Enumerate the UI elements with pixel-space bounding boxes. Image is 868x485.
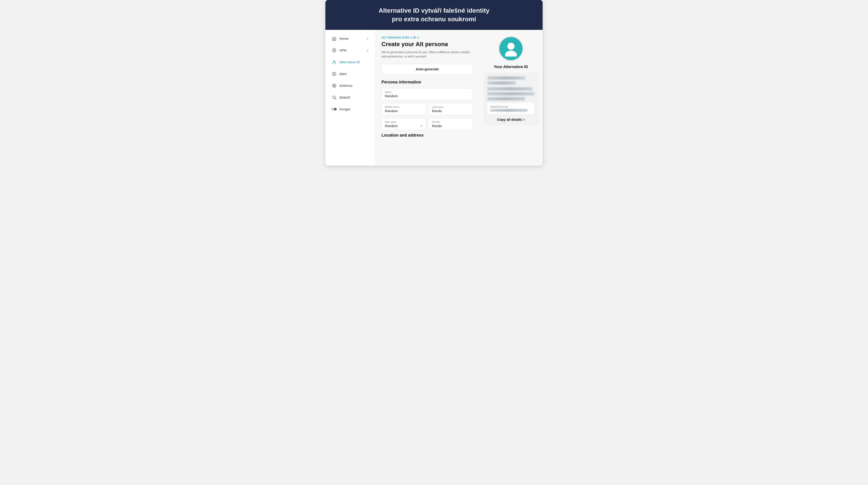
sidebar-item-search-label: Search: [339, 95, 350, 99]
name-row: Middle name Random Last name Rando: [381, 103, 473, 115]
sidebar-item-incogni[interactable]: Incogni: [327, 103, 373, 115]
age-range-field[interactable]: Age range Random ∨: [381, 118, 426, 130]
gender-label: Gender: [432, 121, 469, 123]
banner: Alternative ID vytváří falešné identity …: [326, 0, 542, 30]
gender-value: Rando: [432, 124, 469, 128]
last-name-value: Rando: [432, 109, 469, 113]
name-label: Name: [385, 91, 469, 93]
form-title: Create your Alt persona: [381, 41, 473, 48]
sidebar-item-vpn-label: VPN: [339, 48, 346, 52]
name-field[interactable]: Name Random: [381, 88, 473, 100]
svg-line-11: [335, 98, 336, 99]
toggle-icon: [332, 107, 337, 112]
chevron-down-icon: ∨: [367, 37, 369, 40]
last-name-field[interactable]: Last name Rando: [429, 103, 473, 115]
blurred-info-line-3: [487, 87, 532, 91]
sidebar-item-alternative-id[interactable]: Alternative ID: [327, 57, 373, 68]
right-panel: Your Alternative ID Default Alt email Co…: [479, 30, 542, 165]
email-label: Default Alt email: [490, 105, 532, 108]
alt-id-title: Your Alternative ID: [494, 65, 528, 69]
gender-field[interactable]: Gender Rando: [429, 118, 473, 130]
svg-point-15: [505, 51, 517, 56]
svg-point-4: [334, 74, 335, 75]
form-subtitle: We've generated a persona for you. Want …: [381, 50, 473, 59]
middle-name-value: Random: [385, 109, 423, 113]
sidebar-item-vpn[interactable]: VPN ∨: [327, 45, 373, 56]
form-panel: ALT PERSONA STEP 1 OF 1 Create your Alt …: [375, 30, 479, 165]
last-name-label: Last name: [432, 106, 469, 108]
search-icon: [332, 95, 337, 100]
sidebar-item-alert[interactable]: Alert: [327, 68, 373, 79]
chevron-down-icon: ∨: [420, 124, 423, 128]
persona-section-title: Persona information: [381, 80, 473, 85]
name-value: Random: [385, 94, 469, 98]
blurred-info-line-5: [487, 97, 525, 100]
middle-name-label: Middle name: [385, 106, 423, 108]
chevron-right-icon: ›: [523, 117, 525, 122]
blurred-info-line-4: [487, 92, 534, 95]
location-section-title: Location and address: [381, 133, 473, 138]
blurred-info-line-2: [487, 82, 516, 85]
sidebar: Home ∨ VPN ∨: [326, 30, 375, 165]
svg-point-2: [334, 61, 335, 62]
sidebar-item-antivirus-label: Antivirus: [339, 84, 352, 88]
chevron-down-icon: ∨: [367, 49, 369, 52]
sidebar-item-alert-label: Alert: [339, 72, 346, 76]
sidebar-item-home[interactable]: Home ∨: [327, 33, 373, 44]
banner-text: Alternative ID vytváří falešné identity …: [378, 7, 490, 23]
sidebar-item-alternative-id-label: Alternative ID: [339, 60, 360, 64]
avatar: [498, 36, 523, 61]
antivirus-icon: [332, 83, 337, 88]
svg-point-14: [507, 42, 515, 50]
alt-id-card: Default Alt email Copy all details ›: [484, 73, 538, 126]
svg-point-13: [332, 108, 334, 110]
copy-all-label: Copy all details: [497, 118, 522, 122]
auto-generate-button[interactable]: Auto-generate: [381, 64, 473, 74]
middle-name-field[interactable]: Middle name Random: [381, 103, 426, 115]
default-alt-email-field: Default Alt email: [487, 103, 534, 114]
age-range-label: Age range: [385, 121, 423, 123]
blurred-info-line-1: [487, 76, 525, 79]
age-gender-row: Age range Random ∨ Gender Rando: [381, 118, 473, 130]
age-range-value: Random: [385, 124, 398, 128]
copy-all-button[interactable]: Copy all details ›: [487, 117, 534, 122]
sidebar-item-incogni-label: Incogni: [339, 107, 350, 111]
alert-icon: [332, 71, 337, 76]
person-icon: [332, 60, 337, 65]
content-area: ALT PERSONA STEP 1 OF 1 Create your Alt …: [375, 30, 542, 165]
step-label: ALT PERSONA STEP 1 OF 1: [381, 36, 473, 39]
sidebar-item-home-label: Home: [339, 37, 348, 40]
email-value-blurred: [490, 109, 528, 112]
sidebar-item-search[interactable]: Search: [327, 92, 373, 103]
home-icon: [332, 36, 337, 41]
sidebar-item-antivirus[interactable]: Antivirus: [327, 80, 373, 91]
shield-icon: [332, 48, 337, 53]
